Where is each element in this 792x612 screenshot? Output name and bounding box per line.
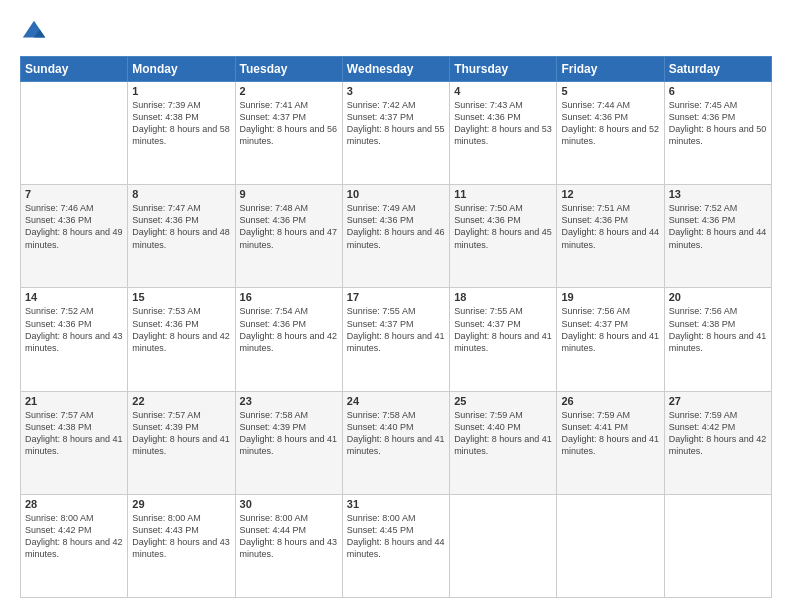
day-number: 17 (347, 291, 445, 303)
calendar-day-cell: 14 Sunrise: 7:52 AMSunset: 4:36 PMDaylig… (21, 288, 128, 391)
day-number: 1 (132, 85, 230, 97)
day-number: 11 (454, 188, 552, 200)
weekday-header-saturday: Saturday (664, 57, 771, 82)
calendar-day-cell: 28 Sunrise: 8:00 AMSunset: 4:42 PMDaylig… (21, 494, 128, 597)
empty-cell (450, 494, 557, 597)
day-number: 30 (240, 498, 338, 510)
calendar-day-cell: 24 Sunrise: 7:58 AMSunset: 4:40 PMDaylig… (342, 391, 449, 494)
day-info: Sunrise: 7:52 AMSunset: 4:36 PMDaylight:… (669, 203, 767, 249)
day-info: Sunrise: 7:41 AMSunset: 4:37 PMDaylight:… (240, 100, 338, 146)
day-info: Sunrise: 7:50 AMSunset: 4:36 PMDaylight:… (454, 203, 552, 249)
calendar-day-cell: 30 Sunrise: 8:00 AMSunset: 4:44 PMDaylig… (235, 494, 342, 597)
day-number: 6 (669, 85, 767, 97)
calendar-day-cell: 9 Sunrise: 7:48 AMSunset: 4:36 PMDayligh… (235, 185, 342, 288)
calendar-day-cell: 22 Sunrise: 7:57 AMSunset: 4:39 PMDaylig… (128, 391, 235, 494)
day-info: Sunrise: 7:54 AMSunset: 4:36 PMDaylight:… (240, 306, 338, 352)
calendar-day-cell: 3 Sunrise: 7:42 AMSunset: 4:37 PMDayligh… (342, 82, 449, 185)
day-number: 23 (240, 395, 338, 407)
day-number: 24 (347, 395, 445, 407)
day-number: 29 (132, 498, 230, 510)
logo (20, 18, 52, 46)
day-info: Sunrise: 8:00 AMSunset: 4:45 PMDaylight:… (347, 513, 445, 559)
calendar-day-cell: 25 Sunrise: 7:59 AMSunset: 4:40 PMDaylig… (450, 391, 557, 494)
day-info: Sunrise: 8:00 AMSunset: 4:42 PMDaylight:… (25, 513, 123, 559)
day-info: Sunrise: 8:00 AMSunset: 4:44 PMDaylight:… (240, 513, 338, 559)
day-number: 28 (25, 498, 123, 510)
calendar-day-cell: 23 Sunrise: 7:58 AMSunset: 4:39 PMDaylig… (235, 391, 342, 494)
day-info: Sunrise: 7:57 AMSunset: 4:38 PMDaylight:… (25, 410, 123, 456)
calendar-day-cell: 12 Sunrise: 7:51 AMSunset: 4:36 PMDaylig… (557, 185, 664, 288)
day-number: 19 (561, 291, 659, 303)
calendar-day-cell: 13 Sunrise: 7:52 AMSunset: 4:36 PMDaylig… (664, 185, 771, 288)
day-number: 18 (454, 291, 552, 303)
day-info: Sunrise: 7:47 AMSunset: 4:36 PMDaylight:… (132, 203, 230, 249)
day-info: Sunrise: 7:42 AMSunset: 4:37 PMDaylight:… (347, 100, 445, 146)
day-info: Sunrise: 7:59 AMSunset: 4:42 PMDaylight:… (669, 410, 767, 456)
calendar-day-cell: 4 Sunrise: 7:43 AMSunset: 4:36 PMDayligh… (450, 82, 557, 185)
weekday-header-monday: Monday (128, 57, 235, 82)
calendar-day-cell: 29 Sunrise: 8:00 AMSunset: 4:43 PMDaylig… (128, 494, 235, 597)
calendar-day-cell: 2 Sunrise: 7:41 AMSunset: 4:37 PMDayligh… (235, 82, 342, 185)
weekday-header-sunday: Sunday (21, 57, 128, 82)
day-number: 31 (347, 498, 445, 510)
header (20, 18, 772, 46)
day-info: Sunrise: 7:51 AMSunset: 4:36 PMDaylight:… (561, 203, 659, 249)
logo-icon (20, 18, 48, 46)
calendar-day-cell: 26 Sunrise: 7:59 AMSunset: 4:41 PMDaylig… (557, 391, 664, 494)
calendar-day-cell: 7 Sunrise: 7:46 AMSunset: 4:36 PMDayligh… (21, 185, 128, 288)
day-number: 4 (454, 85, 552, 97)
calendar-day-cell: 6 Sunrise: 7:45 AMSunset: 4:36 PMDayligh… (664, 82, 771, 185)
day-number: 13 (669, 188, 767, 200)
calendar-day-cell: 20 Sunrise: 7:56 AMSunset: 4:38 PMDaylig… (664, 288, 771, 391)
day-info: Sunrise: 7:59 AMSunset: 4:41 PMDaylight:… (561, 410, 659, 456)
day-number: 27 (669, 395, 767, 407)
calendar-day-cell: 17 Sunrise: 7:55 AMSunset: 4:37 PMDaylig… (342, 288, 449, 391)
day-info: Sunrise: 7:55 AMSunset: 4:37 PMDaylight:… (347, 306, 445, 352)
calendar-week-row: 7 Sunrise: 7:46 AMSunset: 4:36 PMDayligh… (21, 185, 772, 288)
weekday-header-tuesday: Tuesday (235, 57, 342, 82)
day-number: 21 (25, 395, 123, 407)
weekday-header-thursday: Thursday (450, 57, 557, 82)
day-info: Sunrise: 7:39 AMSunset: 4:38 PMDaylight:… (132, 100, 230, 146)
day-number: 7 (25, 188, 123, 200)
day-info: Sunrise: 7:56 AMSunset: 4:38 PMDaylight:… (669, 306, 767, 352)
day-number: 10 (347, 188, 445, 200)
empty-cell (664, 494, 771, 597)
day-info: Sunrise: 7:53 AMSunset: 4:36 PMDaylight:… (132, 306, 230, 352)
day-info: Sunrise: 7:57 AMSunset: 4:39 PMDaylight:… (132, 410, 230, 456)
day-info: Sunrise: 7:49 AMSunset: 4:36 PMDaylight:… (347, 203, 445, 249)
calendar-week-row: 14 Sunrise: 7:52 AMSunset: 4:36 PMDaylig… (21, 288, 772, 391)
calendar-day-cell: 8 Sunrise: 7:47 AMSunset: 4:36 PMDayligh… (128, 185, 235, 288)
day-number: 5 (561, 85, 659, 97)
calendar-day-cell: 15 Sunrise: 7:53 AMSunset: 4:36 PMDaylig… (128, 288, 235, 391)
day-number: 25 (454, 395, 552, 407)
day-number: 9 (240, 188, 338, 200)
day-info: Sunrise: 7:56 AMSunset: 4:37 PMDaylight:… (561, 306, 659, 352)
day-number: 12 (561, 188, 659, 200)
calendar-day-cell: 18 Sunrise: 7:55 AMSunset: 4:37 PMDaylig… (450, 288, 557, 391)
calendar-day-cell: 1 Sunrise: 7:39 AMSunset: 4:38 PMDayligh… (128, 82, 235, 185)
calendar-week-row: 1 Sunrise: 7:39 AMSunset: 4:38 PMDayligh… (21, 82, 772, 185)
calendar-day-cell: 10 Sunrise: 7:49 AMSunset: 4:36 PMDaylig… (342, 185, 449, 288)
day-info: Sunrise: 7:48 AMSunset: 4:36 PMDaylight:… (240, 203, 338, 249)
empty-cell (21, 82, 128, 185)
calendar-table: SundayMondayTuesdayWednesdayThursdayFrid… (20, 56, 772, 598)
day-number: 22 (132, 395, 230, 407)
day-number: 16 (240, 291, 338, 303)
calendar-day-cell: 5 Sunrise: 7:44 AMSunset: 4:36 PMDayligh… (557, 82, 664, 185)
weekday-header-row: SundayMondayTuesdayWednesdayThursdayFrid… (21, 57, 772, 82)
day-info: Sunrise: 7:46 AMSunset: 4:36 PMDaylight:… (25, 203, 123, 249)
day-number: 3 (347, 85, 445, 97)
day-info: Sunrise: 7:45 AMSunset: 4:36 PMDaylight:… (669, 100, 767, 146)
day-info: Sunrise: 7:44 AMSunset: 4:36 PMDaylight:… (561, 100, 659, 146)
day-info: Sunrise: 7:58 AMSunset: 4:40 PMDaylight:… (347, 410, 445, 456)
calendar-day-cell: 27 Sunrise: 7:59 AMSunset: 4:42 PMDaylig… (664, 391, 771, 494)
weekday-header-friday: Friday (557, 57, 664, 82)
page: SundayMondayTuesdayWednesdayThursdayFrid… (0, 0, 792, 612)
calendar-day-cell: 21 Sunrise: 7:57 AMSunset: 4:38 PMDaylig… (21, 391, 128, 494)
day-info: Sunrise: 7:58 AMSunset: 4:39 PMDaylight:… (240, 410, 338, 456)
day-info: Sunrise: 7:59 AMSunset: 4:40 PMDaylight:… (454, 410, 552, 456)
calendar-day-cell: 19 Sunrise: 7:56 AMSunset: 4:37 PMDaylig… (557, 288, 664, 391)
empty-cell (557, 494, 664, 597)
day-number: 26 (561, 395, 659, 407)
